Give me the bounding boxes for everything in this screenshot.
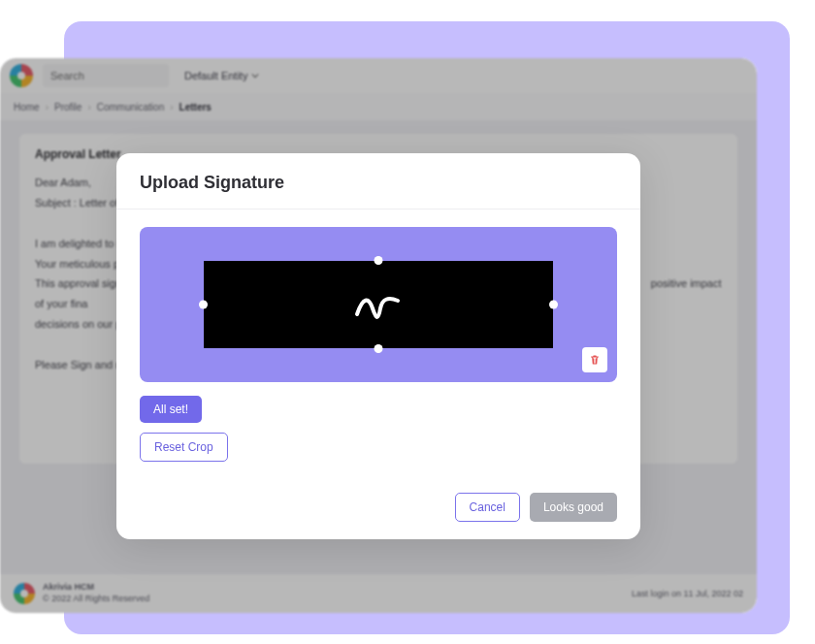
cancel-button[interactable]: Cancel [455,493,520,522]
breadcrumb: Home › Profile › Communication › Letters [0,93,757,120]
entity-label: Default Entity [184,70,247,81]
crop-handle-right[interactable] [549,301,558,309]
signature-preview[interactable] [204,261,553,348]
reset-crop-button[interactable]: Reset Crop [140,433,228,462]
footer-logo [14,583,35,604]
looks-good-button[interactable]: Looks good [530,493,617,522]
crop-handle-bottom[interactable] [375,344,383,353]
breadcrumb-separator: › [87,102,90,113]
modal-footer: Cancel Looks good [140,493,617,522]
search-input[interactable] [50,70,161,81]
upload-signature-modal: Upload Signature All set! Reset Crop Can… [116,153,640,539]
modal-divider [116,209,640,209]
breadcrumb-separator: › [170,102,173,113]
brand-logo [10,64,33,87]
footer-meta: Akrivia HCM © 2022 All Rights Reserved [43,582,149,604]
breadcrumb-item[interactable]: Home [14,102,40,113]
footer-brand: Akrivia HCM [43,582,149,594]
topbar: Default Entity [0,58,757,93]
signature-mark-icon [349,285,408,324]
delete-signature-button[interactable] [582,347,607,372]
entity-selector[interactable]: Default Entity [184,70,259,81]
all-set-button[interactable]: All set! [140,396,202,423]
breadcrumb-item[interactable]: Profile [54,102,82,113]
search-wrapper [43,64,169,87]
footer-rights: © 2022 All Rights Reserved [43,594,149,605]
breadcrumb-current: Letters [179,102,212,113]
signature-crop-area[interactable] [140,227,617,382]
footer: Akrivia HCM © 2022 All Rights Reserved L… [0,574,757,613]
trash-icon [588,353,602,367]
modal-title: Upload Signature [140,173,617,193]
breadcrumb-separator: › [46,102,49,113]
footer-last-login: Last login on 11 Jul, 2022 02 [632,589,743,598]
breadcrumb-item[interactable]: Communication [97,102,164,113]
crop-handle-top[interactable] [375,256,383,265]
chevron-down-icon [251,72,259,80]
modal-actions-top: All set! Reset Crop [140,396,617,462]
crop-handle-left[interactable] [199,301,208,309]
